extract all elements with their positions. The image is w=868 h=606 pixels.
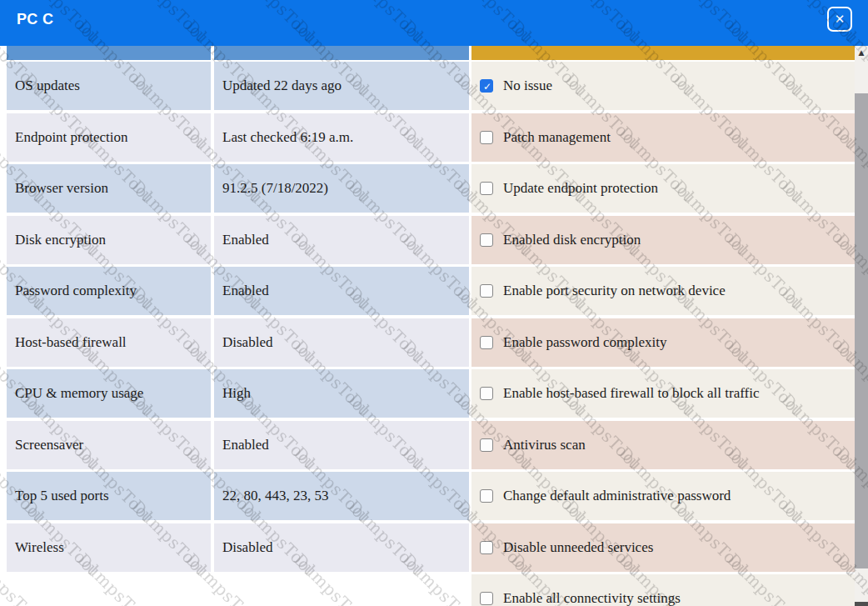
table-header-label-col: [7, 46, 211, 60]
row-label: Endpoint protection: [7, 113, 211, 162]
attributes-table: OS updates Updated 22 days ago Endpoint …: [7, 62, 469, 574]
table-header-row: [7, 46, 469, 60]
row-label: Disk encryption: [7, 216, 211, 264]
chevron-up-icon: ▲: [859, 49, 865, 57]
scrollbar-up-button[interactable]: ▲: [855, 46, 868, 60]
checklist-item-label: Enable port security on network device: [503, 283, 726, 299]
checkbox[interactable]: [480, 387, 493, 400]
row-label: Wireless: [7, 523, 211, 572]
table-row: Disk encryption Enabled: [7, 216, 469, 264]
checklist-item: Enable host-based firewall to block all …: [471, 369, 855, 418]
checklist-header: [471, 46, 855, 60]
row-value: Disabled: [214, 318, 469, 367]
row-label: Password complexity: [7, 267, 211, 315]
row-value: Disabled: [214, 523, 469, 572]
row-label: Screensaver: [7, 421, 211, 469]
table-row: Host-based firewall Disabled: [7, 318, 469, 367]
checklist-item-label: Update endpoint protection: [503, 180, 658, 197]
row-value: 22, 80, 443, 23, 53: [214, 472, 469, 520]
checklist-item: Enable all connectivity settings: [471, 574, 855, 606]
table-row: OS updates Updated 22 days ago: [7, 62, 469, 110]
checkbox[interactable]: [480, 79, 493, 93]
row-value: Last checked 6:19 a.m.: [214, 113, 469, 162]
close-button[interactable]: ✕: [827, 7, 852, 32]
table-row: Browser version 91.2.5 (7/18/2022): [7, 164, 469, 213]
checklist-item-label: Disable unneeded services: [503, 539, 653, 556]
row-label: Host-based firewall: [7, 318, 211, 367]
checkbox[interactable]: [480, 489, 493, 503]
checkbox[interactable]: [480, 131, 493, 144]
checklist-item: Update endpoint protection: [471, 164, 855, 213]
checkbox[interactable]: [480, 284, 493, 298]
scrollbar-down-button[interactable]: [855, 602, 868, 606]
checklist-item-label: No issue: [503, 78, 552, 94]
checklist-item: Change default administrative password: [471, 472, 855, 520]
checklist-item: Enabled disk encryption: [471, 216, 855, 264]
checklist-item: Enable port security on network device: [471, 267, 855, 315]
row-label: CPU & memory usage: [7, 369, 211, 418]
row-value: High: [214, 369, 469, 418]
dialog-title: PC C: [17, 11, 53, 28]
table-row: Screensaver Enabled: [7, 421, 469, 469]
table-row: Endpoint protection Last checked 6:19 a.…: [7, 113, 469, 162]
checklist-item-label: Enable all connectivity settings: [503, 590, 681, 606]
checklist-item: Antivirus scan: [471, 421, 855, 469]
table-header-value-col: [214, 46, 469, 60]
row-value: 91.2.5 (7/18/2022): [214, 164, 469, 213]
pc-c-dialog: PC C ✕ OS updates Updated 22 days ago En…: [0, 0, 868, 606]
row-label: OS updates: [7, 62, 211, 110]
close-icon: ✕: [835, 13, 846, 26]
checkbox[interactable]: [480, 182, 493, 195]
table-row: Wireless Disabled: [7, 523, 469, 572]
checklist-item-label: Enabled disk encryption: [503, 232, 641, 248]
remediation-checklist: No issue Patch management Update endpoin…: [471, 62, 855, 606]
checklist-item-label: Enable password complexity: [503, 334, 666, 351]
checklist-item: Patch management: [471, 113, 855, 162]
table-row: Password complexity Enabled: [7, 267, 469, 315]
checklist-item: No issue: [471, 62, 855, 110]
checkbox[interactable]: [480, 233, 493, 247]
checkbox[interactable]: [480, 438, 493, 452]
table-row: CPU & memory usage High: [7, 369, 469, 418]
row-value: Updated 22 days ago: [214, 62, 469, 110]
row-value: Enabled: [214, 216, 469, 264]
scrollbar-thumb[interactable]: [855, 93, 868, 568]
table-row: Top 5 used ports 22, 80, 443, 23, 53: [7, 472, 469, 520]
checkbox[interactable]: [480, 336, 493, 349]
dialog-titlebar: PC C ✕: [0, 0, 868, 46]
row-value: Enabled: [214, 267, 469, 315]
checkbox[interactable]: [480, 592, 493, 605]
checklist-item-label: Enable host-based firewall to block all …: [503, 385, 759, 402]
scrollbar[interactable]: ▲: [855, 46, 868, 606]
row-label: Top 5 used ports: [7, 472, 211, 520]
checklist-item-label: Change default administrative password: [503, 488, 731, 504]
checklist-item-label: Patch management: [503, 129, 611, 146]
checklist-item-label: Antivirus scan: [503, 437, 586, 453]
row-label: Browser version: [7, 164, 211, 213]
checklist-item: Disable unneeded services: [471, 523, 855, 572]
row-value: Enabled: [214, 421, 469, 469]
checklist-item: Enable password complexity: [471, 318, 855, 367]
checkbox[interactable]: [480, 541, 493, 554]
